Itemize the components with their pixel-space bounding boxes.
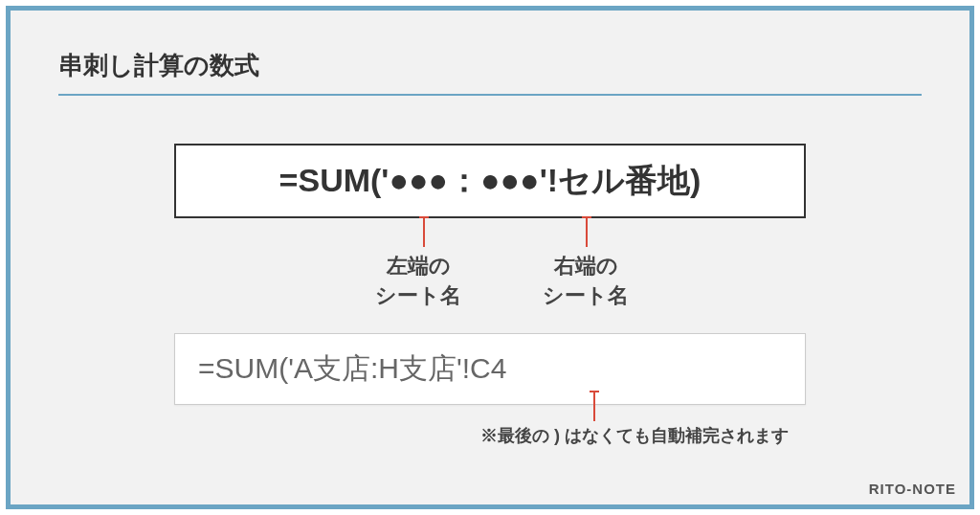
example-callout-line	[593, 392, 595, 421]
main-frame: 串刺し計算の数式 =SUM('●●●：●●●'!セル番地) 左端のシート名 右端…	[6, 6, 974, 509]
callout-label-left: 左端のシート名	[375, 252, 461, 311]
example-formula-box: =SUM('A支店:H支店'!C4	[174, 333, 806, 405]
example-container: =SUM('A支店:H支店'!C4 ※最後の ) はなくても自動補完されます	[174, 333, 806, 405]
callouts-area: 左端のシート名 右端のシート名	[174, 218, 806, 324]
example-note: ※最後の ) はなくても自動補完されます	[480, 424, 789, 447]
formula-template-box: =SUM('●●●：●●●'!セル番地)	[174, 144, 806, 218]
callout-line-right	[586, 218, 588, 247]
page-title: 串刺し計算の数式	[58, 49, 922, 96]
callout-line-left	[423, 218, 425, 247]
watermark: RITO-NOTE	[869, 481, 956, 497]
callout-label-right: 右端のシート名	[543, 252, 629, 311]
